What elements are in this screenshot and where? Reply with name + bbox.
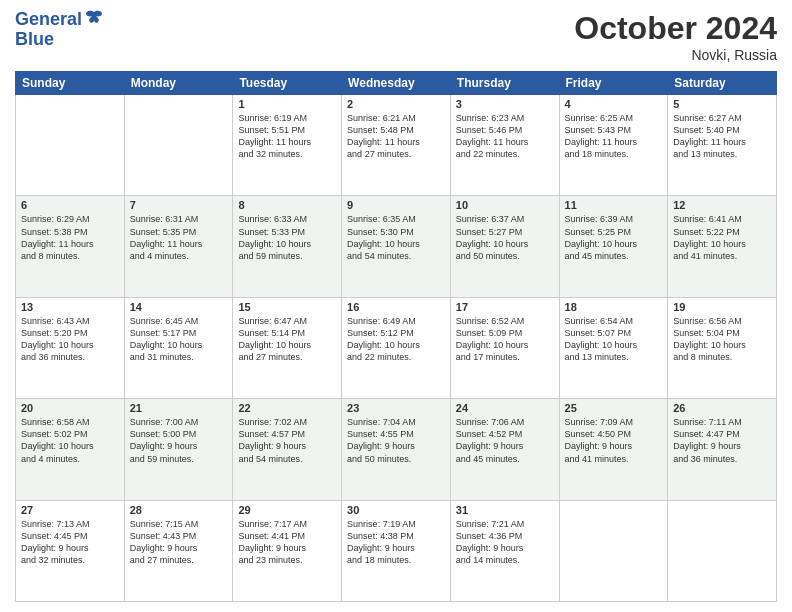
day-info: Sunrise: 6:39 AM Sunset: 5:25 PM Dayligh…	[565, 213, 663, 262]
day-info: Sunrise: 6:37 AM Sunset: 5:27 PM Dayligh…	[456, 213, 554, 262]
calendar-cell: 1Sunrise: 6:19 AM Sunset: 5:51 PM Daylig…	[233, 95, 342, 196]
day-number: 26	[673, 402, 771, 414]
calendar-week-5: 27Sunrise: 7:13 AM Sunset: 4:45 PM Dayli…	[16, 500, 777, 601]
day-number: 25	[565, 402, 663, 414]
calendar-week-2: 6Sunrise: 6:29 AM Sunset: 5:38 PM Daylig…	[16, 196, 777, 297]
day-info: Sunrise: 7:00 AM Sunset: 5:00 PM Dayligh…	[130, 416, 228, 465]
day-info: Sunrise: 6:23 AM Sunset: 5:46 PM Dayligh…	[456, 112, 554, 161]
calendar-cell: 12Sunrise: 6:41 AM Sunset: 5:22 PM Dayli…	[668, 196, 777, 297]
day-number: 4	[565, 98, 663, 110]
calendar-cell: 24Sunrise: 7:06 AM Sunset: 4:52 PM Dayli…	[450, 399, 559, 500]
calendar-cell: 25Sunrise: 7:09 AM Sunset: 4:50 PM Dayli…	[559, 399, 668, 500]
day-info: Sunrise: 6:25 AM Sunset: 5:43 PM Dayligh…	[565, 112, 663, 161]
day-number: 31	[456, 504, 554, 516]
day-info: Sunrise: 7:21 AM Sunset: 4:36 PM Dayligh…	[456, 518, 554, 567]
calendar-cell	[668, 500, 777, 601]
calendar-cell: 17Sunrise: 6:52 AM Sunset: 5:09 PM Dayli…	[450, 297, 559, 398]
day-info: Sunrise: 7:11 AM Sunset: 4:47 PM Dayligh…	[673, 416, 771, 465]
day-info: Sunrise: 6:52 AM Sunset: 5:09 PM Dayligh…	[456, 315, 554, 364]
calendar-cell: 5Sunrise: 6:27 AM Sunset: 5:40 PM Daylig…	[668, 95, 777, 196]
day-number: 15	[238, 301, 336, 313]
calendar-cell: 21Sunrise: 7:00 AM Sunset: 5:00 PM Dayli…	[124, 399, 233, 500]
calendar-cell: 6Sunrise: 6:29 AM Sunset: 5:38 PM Daylig…	[16, 196, 125, 297]
day-info: Sunrise: 6:31 AM Sunset: 5:35 PM Dayligh…	[130, 213, 228, 262]
calendar-cell: 13Sunrise: 6:43 AM Sunset: 5:20 PM Dayli…	[16, 297, 125, 398]
weekday-header-monday: Monday	[124, 72, 233, 95]
calendar-week-1: 1Sunrise: 6:19 AM Sunset: 5:51 PM Daylig…	[16, 95, 777, 196]
day-info: Sunrise: 7:13 AM Sunset: 4:45 PM Dayligh…	[21, 518, 119, 567]
day-info: Sunrise: 6:29 AM Sunset: 5:38 PM Dayligh…	[21, 213, 119, 262]
day-info: Sunrise: 6:27 AM Sunset: 5:40 PM Dayligh…	[673, 112, 771, 161]
calendar-cell: 16Sunrise: 6:49 AM Sunset: 5:12 PM Dayli…	[342, 297, 451, 398]
calendar-cell: 4Sunrise: 6:25 AM Sunset: 5:43 PM Daylig…	[559, 95, 668, 196]
day-number: 17	[456, 301, 554, 313]
calendar-cell: 2Sunrise: 6:21 AM Sunset: 5:48 PM Daylig…	[342, 95, 451, 196]
day-info: Sunrise: 6:54 AM Sunset: 5:07 PM Dayligh…	[565, 315, 663, 364]
day-info: Sunrise: 6:41 AM Sunset: 5:22 PM Dayligh…	[673, 213, 771, 262]
day-info: Sunrise: 6:49 AM Sunset: 5:12 PM Dayligh…	[347, 315, 445, 364]
logo: General Blue	[15, 10, 104, 50]
day-number: 28	[130, 504, 228, 516]
day-info: Sunrise: 6:58 AM Sunset: 5:02 PM Dayligh…	[21, 416, 119, 465]
calendar-cell: 20Sunrise: 6:58 AM Sunset: 5:02 PM Dayli…	[16, 399, 125, 500]
day-info: Sunrise: 7:02 AM Sunset: 4:57 PM Dayligh…	[238, 416, 336, 465]
calendar-week-3: 13Sunrise: 6:43 AM Sunset: 5:20 PM Dayli…	[16, 297, 777, 398]
calendar-cell: 7Sunrise: 6:31 AM Sunset: 5:35 PM Daylig…	[124, 196, 233, 297]
day-number: 11	[565, 199, 663, 211]
calendar-cell: 8Sunrise: 6:33 AM Sunset: 5:33 PM Daylig…	[233, 196, 342, 297]
weekday-header-row: SundayMondayTuesdayWednesdayThursdayFrid…	[16, 72, 777, 95]
weekday-header-friday: Friday	[559, 72, 668, 95]
calendar-cell	[559, 500, 668, 601]
calendar-cell: 15Sunrise: 6:47 AM Sunset: 5:14 PM Dayli…	[233, 297, 342, 398]
calendar-cell: 23Sunrise: 7:04 AM Sunset: 4:55 PM Dayli…	[342, 399, 451, 500]
day-number: 7	[130, 199, 228, 211]
day-number: 9	[347, 199, 445, 211]
calendar-cell	[16, 95, 125, 196]
day-number: 3	[456, 98, 554, 110]
calendar-cell: 3Sunrise: 6:23 AM Sunset: 5:46 PM Daylig…	[450, 95, 559, 196]
weekday-header-tuesday: Tuesday	[233, 72, 342, 95]
day-info: Sunrise: 7:06 AM Sunset: 4:52 PM Dayligh…	[456, 416, 554, 465]
calendar-cell: 18Sunrise: 6:54 AM Sunset: 5:07 PM Dayli…	[559, 297, 668, 398]
weekday-header-sunday: Sunday	[16, 72, 125, 95]
month-title: October 2024	[574, 10, 777, 47]
day-number: 22	[238, 402, 336, 414]
calendar-cell: 19Sunrise: 6:56 AM Sunset: 5:04 PM Dayli…	[668, 297, 777, 398]
day-number: 14	[130, 301, 228, 313]
day-info: Sunrise: 7:17 AM Sunset: 4:41 PM Dayligh…	[238, 518, 336, 567]
calendar-table: SundayMondayTuesdayWednesdayThursdayFrid…	[15, 71, 777, 602]
day-number: 6	[21, 199, 119, 211]
logo-text-general: General	[15, 10, 82, 30]
day-number: 21	[130, 402, 228, 414]
day-number: 8	[238, 199, 336, 211]
day-info: Sunrise: 6:43 AM Sunset: 5:20 PM Dayligh…	[21, 315, 119, 364]
day-number: 30	[347, 504, 445, 516]
calendar-cell	[124, 95, 233, 196]
header: General Blue October 2024 Novki, Russia	[15, 10, 777, 63]
day-info: Sunrise: 6:35 AM Sunset: 5:30 PM Dayligh…	[347, 213, 445, 262]
day-number: 23	[347, 402, 445, 414]
calendar-cell: 26Sunrise: 7:11 AM Sunset: 4:47 PM Dayli…	[668, 399, 777, 500]
calendar-cell: 27Sunrise: 7:13 AM Sunset: 4:45 PM Dayli…	[16, 500, 125, 601]
day-info: Sunrise: 6:56 AM Sunset: 5:04 PM Dayligh…	[673, 315, 771, 364]
calendar-cell: 30Sunrise: 7:19 AM Sunset: 4:38 PM Dayli…	[342, 500, 451, 601]
calendar-cell: 9Sunrise: 6:35 AM Sunset: 5:30 PM Daylig…	[342, 196, 451, 297]
day-number: 1	[238, 98, 336, 110]
day-info: Sunrise: 6:21 AM Sunset: 5:48 PM Dayligh…	[347, 112, 445, 161]
day-number: 16	[347, 301, 445, 313]
calendar-week-4: 20Sunrise: 6:58 AM Sunset: 5:02 PM Dayli…	[16, 399, 777, 500]
page: General Blue October 2024 Novki, Russia …	[0, 0, 792, 612]
weekday-header-saturday: Saturday	[668, 72, 777, 95]
day-number: 24	[456, 402, 554, 414]
day-info: Sunrise: 6:45 AM Sunset: 5:17 PM Dayligh…	[130, 315, 228, 364]
day-number: 2	[347, 98, 445, 110]
day-number: 29	[238, 504, 336, 516]
location: Novki, Russia	[574, 47, 777, 63]
logo-text-blue: Blue	[15, 30, 104, 50]
day-number: 20	[21, 402, 119, 414]
day-info: Sunrise: 6:33 AM Sunset: 5:33 PM Dayligh…	[238, 213, 336, 262]
calendar-cell: 28Sunrise: 7:15 AM Sunset: 4:43 PM Dayli…	[124, 500, 233, 601]
day-number: 10	[456, 199, 554, 211]
calendar-cell: 14Sunrise: 6:45 AM Sunset: 5:17 PM Dayli…	[124, 297, 233, 398]
day-info: Sunrise: 7:04 AM Sunset: 4:55 PM Dayligh…	[347, 416, 445, 465]
